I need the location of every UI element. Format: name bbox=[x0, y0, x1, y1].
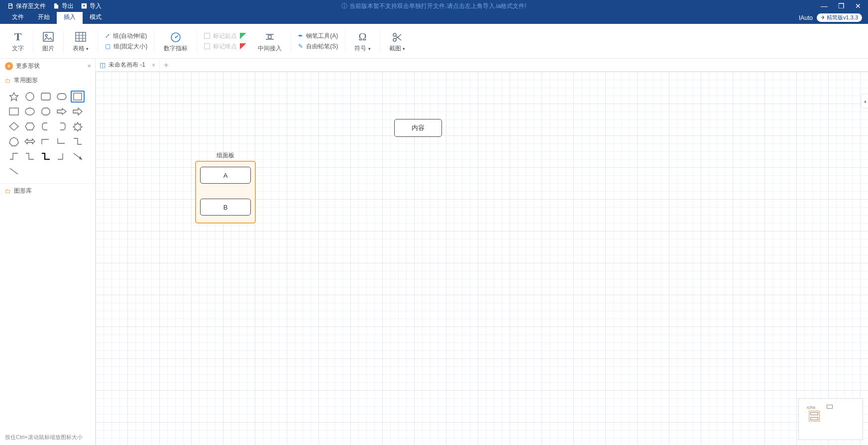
ribbon-separator bbox=[291, 30, 291, 53]
ribbon-group-fixed-button[interactable]: ▢ 组(固定大小) bbox=[105, 42, 147, 51]
minimap-group-label: 组面板 bbox=[807, 406, 816, 410]
ribbon-middle-insert-button[interactable]: 中间接入 bbox=[251, 26, 289, 56]
ribbon-separator bbox=[63, 30, 64, 53]
add-tab-button[interactable]: + bbox=[160, 61, 173, 70]
shape-connector-4[interactable] bbox=[55, 150, 69, 162]
sidebar-shape-library[interactable]: 🗀 图形库 bbox=[0, 183, 95, 198]
shape-bracket-left[interactable] bbox=[39, 120, 53, 132]
ribbon-table-button[interactable]: 表格 ▾ bbox=[66, 26, 96, 56]
group-panel-box-a[interactable]: A bbox=[200, 167, 251, 184]
ribbon-mark-end-button[interactable]: 标记终点 bbox=[204, 42, 246, 51]
canvas-icon: ◫ bbox=[100, 61, 106, 69]
import-button[interactable]: 导入 bbox=[81, 2, 102, 10]
save-to-file-button[interactable]: 保存至文件 bbox=[7, 2, 46, 10]
ribbon-text-button[interactable]: T 文字 bbox=[5, 26, 31, 56]
shape-ellipse[interactable] bbox=[23, 106, 37, 117]
menu-tab-start[interactable]: 开始 bbox=[31, 10, 57, 24]
shape-square[interactable] bbox=[71, 91, 85, 103]
save-to-file-label: 保存至文件 bbox=[16, 2, 46, 10]
close-button[interactable]: ✕ bbox=[853, 2, 863, 10]
svg-rect-3 bbox=[76, 32, 86, 41]
maximize-button[interactable]: ❐ bbox=[836, 2, 846, 10]
shape-heptagon[interactable] bbox=[7, 135, 21, 147]
folder-icon: 🗀 bbox=[5, 188, 11, 195]
ribbon-symbol-label: 符号 ▾ bbox=[354, 44, 370, 53]
ribbon-image-button[interactable]: 图片 bbox=[35, 26, 61, 56]
pencil-icon: ✎ bbox=[298, 43, 303, 50]
close-tab-icon[interactable]: × bbox=[152, 62, 155, 69]
sidebar-common-shapes[interactable]: 🗀 常用图形 bbox=[0, 73, 95, 88]
export-button[interactable]: 导出 bbox=[53, 2, 74, 10]
ribbon-middle-insert-label: 中间接入 bbox=[258, 44, 282, 53]
omega-icon: Ω bbox=[358, 29, 366, 44]
folder-icon: 🗀 bbox=[5, 77, 11, 84]
menu-tab-file[interactable]: 文件 bbox=[5, 10, 31, 24]
shape-arrow-right-outline[interactable] bbox=[71, 106, 85, 117]
canvas-content-box[interactable]: 内容 bbox=[394, 119, 442, 137]
pin-icon[interactable]: ✕ bbox=[87, 63, 91, 69]
shape-connector-3[interactable] bbox=[39, 150, 53, 162]
sidebar-more-shapes[interactable]: + 更多形状 ✕ bbox=[0, 59, 95, 73]
text-icon: T bbox=[14, 29, 22, 44]
flag-green-icon bbox=[240, 33, 246, 39]
scissors-icon bbox=[391, 29, 403, 44]
shape-connector-2[interactable] bbox=[23, 150, 37, 162]
shapes-palette bbox=[0, 88, 95, 183]
brand-label: IAuto bbox=[799, 14, 813, 21]
ribbon-text-label: 文字 bbox=[12, 44, 24, 53]
shape-bracket-right[interactable] bbox=[55, 120, 69, 132]
ribbon-pen-tool-button[interactable]: ✒ 钢笔工具(A) bbox=[298, 32, 338, 40]
svg-point-14 bbox=[25, 108, 34, 115]
version-pill[interactable]: ✈ 精简版v1.3.3 bbox=[817, 13, 862, 22]
ribbon-screenshot-button[interactable]: 截图 ▾ bbox=[382, 26, 412, 56]
notice-banner: ⓘ 当前版本暂不支持双击单独打开文件,请点击左上角导入.ia格式文件! bbox=[341, 2, 526, 10]
shape-elbow-3[interactable] bbox=[71, 135, 85, 147]
title-bar: 保存至文件 导出 导入 ⓘ 当前版本暂不支持双击单独打开文件,请点击左上角导入.… bbox=[0, 0, 868, 12]
sidebar-more-shapes-label: 更多形状 bbox=[16, 62, 40, 70]
svg-rect-12 bbox=[74, 93, 82, 100]
canvas-group-panel[interactable]: 组面板 A B bbox=[195, 151, 256, 223]
shape-connector-1[interactable] bbox=[7, 150, 21, 162]
canvas[interactable]: 组面板 A B 内容 ◂ 组面板 bbox=[96, 72, 868, 445]
shape-diamond[interactable] bbox=[7, 120, 21, 132]
shape-circle[interactable] bbox=[23, 91, 37, 103]
main-area: + 更多形状 ✕ 🗀 常用图形 bbox=[0, 59, 868, 445]
group-panel-body[interactable]: A B bbox=[195, 161, 256, 223]
minimize-button[interactable]: — bbox=[819, 2, 829, 10]
ribbon-mark-start-button[interactable]: 标记起点 bbox=[204, 32, 246, 40]
menu-tab-insert[interactable]: 插入 bbox=[57, 10, 83, 24]
shape-star[interactable] bbox=[7, 91, 21, 103]
notice-text: 当前版本暂不支持双击单独打开文件,请点击左上角导入.ia格式文件! bbox=[349, 2, 526, 10]
ribbon-digit-indicator-button[interactable]: 数字指标 bbox=[157, 26, 195, 56]
ribbon-free-pencil-button[interactable]: ✎ 自由铅笔(S) bbox=[298, 42, 338, 51]
shape-octagon[interactable] bbox=[39, 106, 53, 117]
minimap[interactable]: 组面板 bbox=[798, 398, 863, 440]
shape-line-arrow[interactable] bbox=[71, 150, 85, 162]
shape-rounded-rect[interactable] bbox=[39, 91, 53, 103]
document-tab[interactable]: ◫ 未命名画布 -1 × bbox=[96, 59, 160, 71]
shape-line[interactable] bbox=[7, 165, 21, 177]
export-label: 导出 bbox=[62, 2, 74, 10]
shape-double-arrow[interactable] bbox=[23, 135, 37, 147]
ribbon-separator bbox=[33, 30, 33, 53]
shape-elbow-2[interactable] bbox=[55, 135, 69, 147]
shape-star6[interactable] bbox=[71, 120, 85, 132]
ribbon-free-pencil-label: 自由铅笔(S) bbox=[306, 42, 338, 51]
checkbox-icon bbox=[204, 33, 210, 39]
menu-tab-mode[interactable]: 模式 bbox=[83, 10, 108, 24]
shape-hexagon[interactable] bbox=[23, 120, 37, 132]
canvas-area: ◫ 未命名画布 -1 × + 组面板 A B 内容 ◂ 组面板 bbox=[96, 59, 868, 445]
group-panel-box-b[interactable]: B bbox=[200, 199, 251, 216]
shape-capsule[interactable] bbox=[55, 91, 69, 103]
fixed-square-icon: ▢ bbox=[105, 43, 110, 50]
ribbon-separator bbox=[345, 30, 345, 53]
shape-arrow-right[interactable] bbox=[55, 106, 69, 117]
checkbox-icon bbox=[204, 43, 210, 49]
shape-elbow-1[interactable] bbox=[39, 135, 53, 147]
shape-rect[interactable] bbox=[7, 106, 21, 117]
right-panel-toggle[interactable]: ◂ bbox=[861, 94, 868, 109]
ribbon-group-auto-button[interactable]: ⤢ 组(自动伸缩) bbox=[105, 32, 147, 40]
ribbon-symbol-button[interactable]: Ω 符号 ▾ bbox=[347, 26, 377, 56]
save-icon bbox=[7, 2, 14, 9]
ribbon-pen-tool-label: 钢笔工具(A) bbox=[306, 32, 338, 40]
